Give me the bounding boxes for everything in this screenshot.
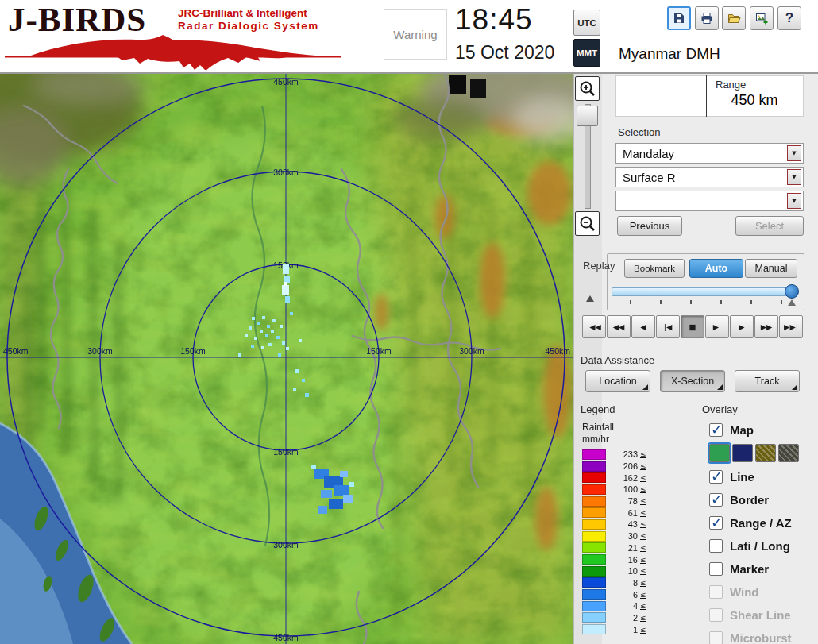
bookmark-button[interactable]: Bookmark [624, 259, 685, 278]
x-section-button[interactable]: X-Section [660, 370, 725, 392]
map-style-swatch-1[interactable] [709, 444, 730, 462]
step-back-button[interactable]: |◀ [656, 315, 680, 338]
zoom-slider-thumb[interactable] [577, 106, 598, 126]
lte-icon: ≤ [640, 462, 646, 470]
open-file-button[interactable] [722, 6, 746, 30]
timeline-tick [690, 300, 692, 304]
overlay-row-shear-line: Shear Line [709, 606, 816, 623]
map-style-swatch-4[interactable] [778, 444, 799, 462]
checkbox-line[interactable]: ✓ [709, 470, 723, 484]
range-label-text: 300km [273, 168, 299, 177]
legend-row: 16≤ [582, 553, 646, 565]
previous-button[interactable]: Previous [617, 216, 682, 236]
legend-swatch [582, 484, 606, 495]
legend-value: 206 [614, 461, 638, 471]
legend-row: 43≤ [582, 519, 646, 530]
extra-select[interactable]: ▼ [615, 191, 804, 211]
checkbox-microburst [709, 631, 723, 644]
map-style-swatches [709, 444, 816, 463]
map-style-swatch-3[interactable] [755, 444, 776, 462]
legend-value: 4 [614, 601, 638, 611]
range-label-text: 450km [3, 346, 29, 356]
checkbox-lati-long[interactable] [709, 539, 723, 553]
skip-to-end-button[interactable]: ▶▶| [779, 315, 803, 338]
legend-value: 16 [614, 555, 638, 565]
save-button[interactable] [667, 6, 691, 30]
legend-swatch [582, 601, 606, 611]
range-label-text: 450km [273, 77, 299, 87]
overlay-row-marker: Marker [709, 560, 816, 577]
lte-icon: ≤ [640, 626, 646, 634]
auto-mode-button[interactable]: Auto [689, 259, 743, 278]
checkbox-range-az[interactable]: ✓ [709, 516, 723, 530]
checkbox-marker[interactable] [709, 562, 723, 576]
replay-timeline-track[interactable] [612, 287, 797, 296]
lte-icon: ≤ [640, 567, 646, 575]
legend-value: 43 [614, 519, 638, 529]
check-icon: ✓ [711, 514, 723, 530]
fast-rewind-button[interactable]: ◀◀ [607, 315, 631, 338]
play-button[interactable]: ▶ [730, 315, 754, 338]
help-button[interactable]: ? [777, 6, 801, 30]
export-image-button[interactable] [750, 6, 774, 30]
chevron-down-icon[interactable]: ▼ [787, 193, 801, 209]
lte-icon: ≤ [640, 556, 646, 564]
legend-value: 233 [614, 449, 638, 459]
eagle-icon [5, 35, 346, 70]
overlay-item-label: Wind [730, 585, 759, 599]
logo-subtitle-line1: JRC-Brilliant & Intelligent [178, 7, 319, 20]
lte-icon: ≤ [640, 474, 646, 482]
utc-button[interactable]: UTC [573, 10, 600, 36]
legend-swatch [582, 519, 606, 530]
replay-timeline-thumb[interactable] [785, 284, 799, 299]
app-window: J-BIRDS JRC-Brilliant & Intelligent Rada… [0, 0, 818, 644]
overlay-item-label: Lati / Long [730, 539, 790, 553]
mmt-button[interactable]: MMT [573, 39, 600, 67]
printer-icon [700, 11, 714, 25]
overlay-row-microburst: Microburst [709, 629, 816, 644]
zoom-out-button[interactable] [575, 211, 600, 236]
lte-icon: ≤ [640, 485, 646, 493]
site-select[interactable]: Mandalay ▼ [615, 143, 804, 164]
checkbox-map[interactable]: ✓ [709, 423, 723, 437]
map-style-swatch-2[interactable] [732, 444, 753, 462]
checkbox-border[interactable]: ✓ [709, 493, 723, 507]
overlay-row-lati-long: Lati / Long [709, 537, 816, 554]
legend-swatch [582, 624, 606, 634]
manual-mode-button[interactable]: Manual [745, 259, 797, 278]
step-forward-button[interactable]: ▶| [705, 315, 729, 338]
range-label-text: 300km [87, 346, 113, 356]
range-label: Range [716, 79, 746, 91]
range-label-text: 450km [545, 346, 570, 356]
chevron-down-icon[interactable]: ▼ [787, 145, 801, 161]
lte-icon: ≤ [640, 497, 646, 505]
stop-button[interactable]: ■ [681, 315, 704, 338]
chevron-down-icon[interactable]: ▼ [787, 169, 801, 185]
station-title: Myanmar DMH [619, 45, 720, 63]
legend-swatch [582, 449, 606, 460]
location-button[interactable]: Location [585, 370, 650, 392]
folder-icon [727, 11, 741, 25]
logo-subtitle: JRC-Brilliant & Intelligent Radar Dialog… [178, 7, 319, 33]
legend-row: 61≤ [582, 507, 646, 519]
legend-row: 6≤ [582, 588, 646, 600]
play-reverse-button[interactable]: ◀ [631, 315, 655, 338]
checkb ox-shear-line [709, 608, 723, 622]
legend-swatch [582, 554, 606, 565]
print-button[interactable] [695, 6, 719, 30]
fast-forward-button[interactable]: ▶▶ [754, 315, 778, 338]
overlay-item-label: Range / AZ [730, 516, 792, 530]
zoom-in-button[interactable] [575, 76, 600, 101]
overlay-label: Overlay [702, 403, 738, 415]
logo-subtitle-line2: Radar Dialogic System [178, 20, 319, 33]
product-select[interactable]: Surface R ▼ [615, 167, 804, 187]
overlay-item-label: Microburst [730, 631, 792, 644]
timeline-tick [630, 300, 631, 304]
timeline-tick [750, 300, 752, 304]
header-bar: J-BIRDS JRC-Brilliant & Intelligent Rada… [0, 0, 818, 74]
skip-to-start-button[interactable]: |◀◀ [582, 315, 606, 338]
overlay-row-map: ✓ Map [709, 421, 816, 438]
track-button[interactable]: Track [735, 370, 800, 392]
radar-map[interactable]: 450km 300km 150km 150km 300km 450km 450k… [0, 74, 573, 644]
overlay-item-label: Border [730, 493, 769, 507]
